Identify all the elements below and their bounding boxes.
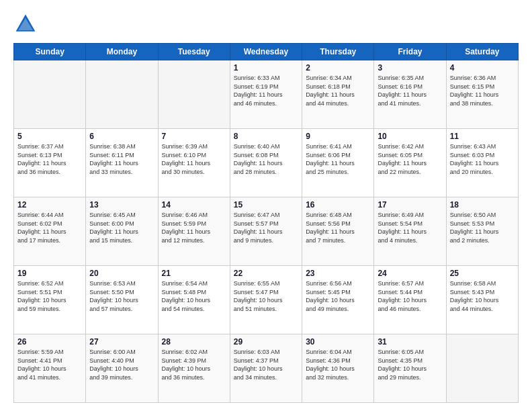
day-number: 19	[17, 269, 82, 278]
weekday-saturday: Saturday	[446, 44, 518, 60]
calendar-cell: 27Sunrise: 6:00 AMSunset: 4:40 PMDayligh…	[86, 334, 158, 403]
day-info: Sunrise: 6:42 AMSunset: 6:05 PMDaylight:…	[378, 142, 442, 176]
day-number: 8	[234, 132, 298, 141]
calendar-cell: 12Sunrise: 6:44 AMSunset: 6:02 PMDayligh…	[14, 197, 86, 266]
day-info: Sunrise: 6:04 AMSunset: 4:36 PMDaylight:…	[306, 348, 370, 381]
day-info: Sunrise: 6:43 AMSunset: 6:03 PMDaylight:…	[450, 142, 515, 176]
day-number: 28	[162, 337, 226, 347]
calendar-cell: 1Sunrise: 6:33 AMSunset: 6:19 PMDaylight…	[230, 60, 302, 129]
day-number: 14	[162, 200, 226, 210]
weekday-wednesday: Wednesday	[230, 44, 302, 60]
calendar-cell: 6Sunrise: 6:38 AMSunset: 6:11 PMDaylight…	[86, 129, 158, 197]
day-number: 2	[306, 63, 370, 73]
day-number: 20	[89, 269, 154, 278]
day-number: 5	[17, 132, 82, 141]
calendar-cell: 13Sunrise: 6:45 AMSunset: 6:00 PMDayligh…	[86, 197, 158, 266]
weekday-sunday: Sunday	[14, 44, 86, 60]
calendar-cell: 28Sunrise: 6:02 AMSunset: 4:39 PMDayligh…	[158, 334, 230, 403]
calendar-cell: 16Sunrise: 6:48 AMSunset: 5:56 PMDayligh…	[302, 197, 374, 266]
day-info: Sunrise: 6:00 AMSunset: 4:40 PMDaylight:…	[89, 348, 154, 381]
day-info: Sunrise: 6:41 AMSunset: 6:06 PMDaylight:…	[306, 142, 370, 176]
day-number: 16	[306, 200, 370, 210]
calendar-week-2: 5Sunrise: 6:37 AMSunset: 6:13 PMDaylight…	[14, 129, 519, 197]
day-number: 15	[234, 200, 298, 210]
calendar-cell: 26Sunrise: 5:59 AMSunset: 4:41 PMDayligh…	[14, 334, 86, 403]
day-number: 31	[378, 337, 442, 347]
day-number: 3	[378, 63, 442, 73]
day-number: 12	[17, 200, 82, 210]
calendar-cell: 4Sunrise: 6:36 AMSunset: 6:15 PMDaylight…	[446, 60, 518, 129]
day-info: Sunrise: 6:02 AMSunset: 4:39 PMDaylight:…	[162, 348, 226, 381]
calendar-week-1: 1Sunrise: 6:33 AMSunset: 6:19 PMDaylight…	[14, 60, 519, 129]
calendar-cell: 9Sunrise: 6:41 AMSunset: 6:06 PMDaylight…	[302, 129, 374, 197]
weekday-friday: Friday	[374, 44, 446, 60]
calendar-cell: 22Sunrise: 6:55 AMSunset: 5:47 PMDayligh…	[230, 266, 302, 334]
calendar-cell: 25Sunrise: 6:58 AMSunset: 5:43 PMDayligh…	[446, 266, 518, 334]
calendar-cell: 19Sunrise: 6:52 AMSunset: 5:51 PMDayligh…	[14, 266, 86, 334]
calendar-cell: 30Sunrise: 6:04 AMSunset: 4:36 PMDayligh…	[302, 334, 374, 403]
day-number: 11	[450, 132, 515, 141]
day-number: 22	[234, 269, 298, 278]
calendar-cell: 11Sunrise: 6:43 AMSunset: 6:03 PMDayligh…	[446, 129, 518, 197]
day-number: 25	[450, 269, 515, 278]
calendar-cell	[14, 60, 86, 129]
day-number: 23	[306, 269, 370, 278]
day-number: 18	[450, 200, 515, 210]
day-number: 24	[378, 269, 442, 278]
calendar-cell: 17Sunrise: 6:49 AMSunset: 5:54 PMDayligh…	[374, 197, 446, 266]
day-number: 10	[378, 132, 442, 141]
day-info: Sunrise: 6:52 AMSunset: 5:51 PMDaylight:…	[17, 279, 82, 313]
day-info: Sunrise: 6:37 AMSunset: 6:13 PMDaylight:…	[17, 142, 82, 176]
day-info: Sunrise: 6:57 AMSunset: 5:44 PMDaylight:…	[378, 279, 442, 313]
day-info: Sunrise: 6:49 AMSunset: 5:54 PMDaylight:…	[378, 211, 442, 244]
day-number: 4	[450, 63, 515, 73]
weekday-thursday: Thursday	[302, 44, 374, 60]
calendar-cell: 14Sunrise: 6:46 AMSunset: 5:59 PMDayligh…	[158, 197, 230, 266]
calendar-cell	[446, 334, 518, 403]
calendar-cell: 18Sunrise: 6:50 AMSunset: 5:53 PMDayligh…	[446, 197, 518, 266]
day-info: Sunrise: 6:53 AMSunset: 5:50 PMDaylight:…	[89, 279, 154, 313]
day-info: Sunrise: 6:03 AMSunset: 4:37 PMDaylight:…	[234, 348, 298, 381]
day-number: 17	[378, 200, 442, 210]
calendar-cell: 7Sunrise: 6:39 AMSunset: 6:10 PMDaylight…	[158, 129, 230, 197]
weekday-monday: Monday	[86, 44, 158, 60]
day-info: Sunrise: 6:36 AMSunset: 6:15 PMDaylight:…	[450, 74, 515, 107]
calendar-cell: 24Sunrise: 6:57 AMSunset: 5:44 PMDayligh…	[374, 266, 446, 334]
day-number: 26	[17, 337, 82, 347]
day-info: Sunrise: 6:56 AMSunset: 5:45 PMDaylight:…	[306, 279, 370, 313]
header	[13, 12, 519, 36]
day-number: 7	[162, 132, 226, 141]
day-info: Sunrise: 6:34 AMSunset: 6:18 PMDaylight:…	[306, 74, 370, 107]
day-number: 9	[306, 132, 370, 141]
calendar-cell: 5Sunrise: 6:37 AMSunset: 6:13 PMDaylight…	[14, 129, 86, 197]
day-info: Sunrise: 6:50 AMSunset: 5:53 PMDaylight:…	[450, 211, 515, 244]
day-number: 30	[306, 337, 370, 347]
calendar-cell: 31Sunrise: 6:05 AMSunset: 4:35 PMDayligh…	[374, 334, 446, 403]
calendar-cell	[86, 60, 158, 129]
calendar-cell: 15Sunrise: 6:47 AMSunset: 5:57 PMDayligh…	[230, 197, 302, 266]
calendar-cell: 21Sunrise: 6:54 AMSunset: 5:48 PMDayligh…	[158, 266, 230, 334]
calendar-cell: 23Sunrise: 6:56 AMSunset: 5:45 PMDayligh…	[302, 266, 374, 334]
day-info: Sunrise: 6:05 AMSunset: 4:35 PMDaylight:…	[378, 348, 442, 381]
day-info: Sunrise: 6:45 AMSunset: 6:00 PMDaylight:…	[89, 211, 154, 244]
calendar-cell	[158, 60, 230, 129]
day-number: 29	[234, 337, 298, 347]
day-info: Sunrise: 5:59 AMSunset: 4:41 PMDaylight:…	[17, 348, 82, 381]
day-info: Sunrise: 6:39 AMSunset: 6:10 PMDaylight:…	[162, 142, 226, 176]
calendar-cell: 20Sunrise: 6:53 AMSunset: 5:50 PMDayligh…	[86, 266, 158, 334]
day-info: Sunrise: 6:47 AMSunset: 5:57 PMDaylight:…	[234, 211, 298, 244]
day-number: 1	[234, 63, 298, 73]
weekday-header-row: SundayMondayTuesdayWednesdayThursdayFrid…	[14, 44, 519, 60]
calendar-cell: 3Sunrise: 6:35 AMSunset: 6:16 PMDaylight…	[374, 60, 446, 129]
day-info: Sunrise: 6:54 AMSunset: 5:48 PMDaylight:…	[162, 279, 226, 313]
day-info: Sunrise: 6:55 AMSunset: 5:47 PMDaylight:…	[234, 279, 298, 313]
calendar-cell: 10Sunrise: 6:42 AMSunset: 6:05 PMDayligh…	[374, 129, 446, 197]
logo-icon	[13, 12, 38, 36]
calendar-table: SundayMondayTuesdayWednesdayThursdayFrid…	[13, 43, 519, 403]
page: SundayMondayTuesdayWednesdayThursdayFrid…	[0, 0, 532, 411]
logo	[13, 12, 42, 36]
day-number: 21	[162, 269, 226, 278]
calendar-cell: 8Sunrise: 6:40 AMSunset: 6:08 PMDaylight…	[230, 129, 302, 197]
day-info: Sunrise: 6:58 AMSunset: 5:43 PMDaylight:…	[450, 279, 515, 313]
weekday-tuesday: Tuesday	[158, 44, 230, 60]
